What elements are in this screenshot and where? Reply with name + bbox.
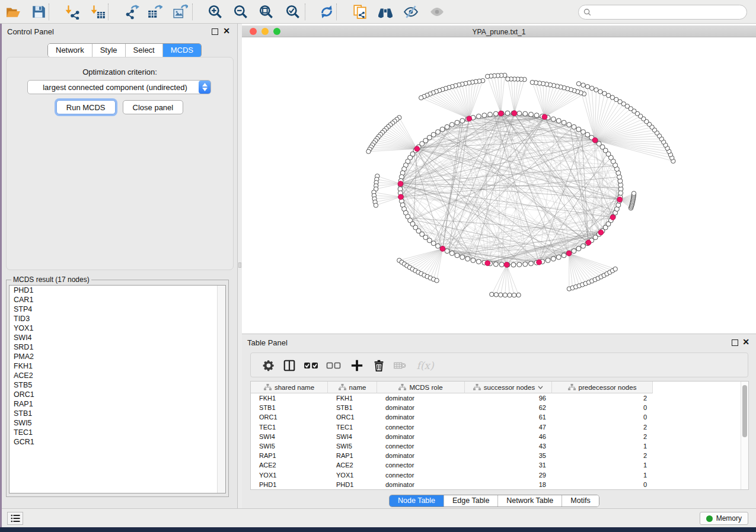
hierarchy-icon	[568, 384, 576, 390]
mcds-result-item[interactable]: PHD1	[9, 286, 225, 295]
splitter-handle-icon[interactable]	[238, 262, 241, 268]
desktop-edge	[0, 24, 2, 527]
mcds-panel: Optimization criterion: largest connecte…	[6, 57, 234, 270]
toolbar-separator	[305, 4, 305, 20]
panel-splitter[interactable]	[238, 24, 242, 508]
mcds-list-scrollbar[interactable]	[217, 286, 225, 493]
column-header-MCDS-role[interactable]: MCDS role	[377, 382, 465, 393]
close-panel-icon[interactable]: ✕	[223, 27, 230, 35]
float-panel-icon[interactable]	[212, 28, 218, 35]
tab-motifs[interactable]: Motifs	[562, 495, 598, 507]
mcds-result-item[interactable]: GCR1	[9, 437, 225, 447]
mcds-result-item[interactable]: ORC1	[9, 390, 225, 399]
column-header-successor-nodes[interactable]: successor nodes	[465, 382, 552, 393]
memory-button[interactable]: Memory	[700, 512, 748, 525]
mcds-result-item[interactable]: SWI5	[9, 418, 225, 428]
table-row[interactable]: FKH1FKH1dominator962	[251, 393, 748, 403]
export-table-icon[interactable]	[147, 4, 162, 20]
add-column-icon[interactable]	[349, 358, 365, 373]
table-panel: Table Panel ✕	[242, 334, 756, 508]
mcds-result-item[interactable]: STB1	[9, 409, 225, 418]
network-graph[interactable]	[242, 37, 756, 334]
cell-MCDS-role: dominator	[377, 414, 465, 421]
export-image-icon[interactable]	[173, 4, 188, 20]
cell-successor-nodes: 46	[465, 433, 552, 440]
mcds-result-item[interactable]: STP4	[9, 305, 225, 314]
tab-node-table[interactable]: Node Table	[390, 495, 444, 507]
deselect-all-rows-icon[interactable]	[326, 358, 342, 373]
table-scrollbar-thumb[interactable]	[742, 385, 747, 437]
mcds-result-item[interactable]: ACE2	[9, 371, 225, 380]
run-mcds-button[interactable]: Run MCDS	[56, 100, 116, 114]
float-table-panel-icon[interactable]	[732, 339, 738, 346]
tab-network[interactable]: Network	[48, 44, 92, 57]
mcds-result-item[interactable]: SWI4	[9, 333, 225, 342]
close-table-panel-icon[interactable]: ✕	[742, 338, 749, 346]
mcds-result-item[interactable]: FKH1	[9, 361, 225, 371]
cell-name: YOX1	[328, 472, 377, 479]
export-network-icon[interactable]	[124, 4, 139, 20]
close-panel-button[interactable]: Close panel	[123, 100, 184, 114]
toolbar-separator	[49, 4, 49, 20]
table-scrollbar[interactable]	[741, 382, 748, 489]
cell-MCDS-role: dominator	[377, 433, 465, 440]
table-row[interactable]: ORC1ORC1dominator610	[251, 412, 748, 422]
desktop-edge	[0, 527, 756, 532]
mcds-result-item[interactable]: RAP1	[9, 399, 225, 409]
table-body: FKH1FKH1dominator962STB1STB1dominator620…	[251, 393, 748, 489]
import-network-icon[interactable]	[65, 4, 80, 20]
mcds-result-item[interactable]: SRD1	[9, 342, 225, 352]
refresh-icon[interactable]	[319, 4, 334, 20]
zoom-selected-icon[interactable]	[285, 4, 301, 20]
mcds-result-item[interactable]: YOX1	[9, 323, 225, 333]
select-all-rows-icon[interactable]	[304, 358, 319, 373]
column-header-shared-name[interactable]: shared name	[251, 382, 328, 393]
delete-rows-icon[interactable]	[371, 358, 387, 373]
mcds-result-item[interactable]: TEC1	[9, 428, 225, 437]
cell-successor-nodes: 31	[465, 462, 552, 469]
zoom-in-icon[interactable]	[208, 4, 223, 20]
column-selector-icon[interactable]	[282, 358, 297, 373]
table-row[interactable]: YOX1YOX1connector291	[251, 470, 748, 480]
table-row[interactable]: STB1STB1dominator620	[251, 403, 748, 412]
sort-chevron-icon	[538, 386, 543, 389]
table-row[interactable]: SWI4SWI4dominator462	[251, 432, 748, 441]
column-header-predecessor-nodes[interactable]: predecessor nodes	[552, 382, 653, 393]
table-row[interactable]: RAP1RAP1dominator352	[251, 451, 748, 460]
settings-gear-icon[interactable]	[261, 358, 276, 373]
cell-name: SWI4	[328, 433, 377, 440]
save-session-icon[interactable]	[31, 4, 46, 20]
dropdown-selected-value: largest connected component (undirected)	[28, 83, 199, 92]
share-document-icon[interactable]	[352, 4, 368, 20]
cell-predecessor-nodes: 2	[552, 424, 653, 431]
table-row[interactable]: ACE2ACE2connector311	[251, 460, 748, 470]
optimization-criterion-select[interactable]: largest connected component (undirected)	[27, 80, 211, 94]
column-header-name[interactable]: name	[328, 382, 377, 393]
network-window-titlebar[interactable]: YPA_prune.txt_1	[242, 25, 756, 37]
tab-edge-table[interactable]: Edge Table	[444, 495, 497, 507]
mcds-result-item[interactable]: STB5	[9, 380, 225, 390]
tab-style[interactable]: Style	[92, 44, 125, 57]
zoom-out-icon[interactable]	[233, 4, 248, 20]
cell-successor-nodes: 47	[465, 424, 552, 431]
search-field[interactable]	[578, 5, 747, 20]
tab-mcds[interactable]: MCDS	[162, 44, 201, 57]
binoculars-search-icon[interactable]	[378, 4, 393, 20]
table-row[interactable]: SWI5SWI5connector431	[251, 441, 748, 451]
control-panel: Control Panel ✕ NetworkStyleSelectMCDS O…	[2, 24, 238, 508]
task-history-button[interactable]	[7, 512, 23, 525]
network-canvas[interactable]	[242, 37, 756, 334]
import-table-icon[interactable]	[90, 4, 106, 20]
search-input[interactable]	[594, 7, 747, 18]
mcds-result-item[interactable]: TID3	[9, 314, 225, 323]
zoom-fit-icon[interactable]	[259, 4, 274, 20]
table-row[interactable]: TEC1TEC1connector472	[251, 422, 748, 432]
open-file-icon[interactable]	[5, 4, 21, 20]
tab-network-table[interactable]: Network Table	[497, 495, 562, 507]
mcds-result-item[interactable]: CAR1	[9, 295, 225, 305]
hide-selected-icon[interactable]	[403, 4, 419, 20]
table-row[interactable]: PHD1PHD1dominator180	[251, 480, 748, 489]
mcds-result-item[interactable]: PMA2	[9, 352, 225, 361]
tab-select[interactable]: Select	[125, 44, 162, 57]
cell-predecessor-nodes: 0	[552, 481, 653, 488]
